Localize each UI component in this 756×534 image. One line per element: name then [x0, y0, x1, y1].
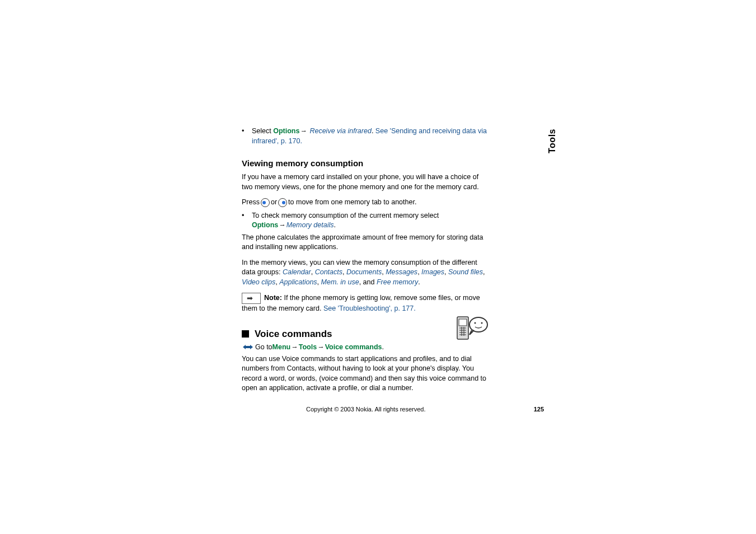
memory-intro-text: If you have a memory card installed on y… [242, 172, 488, 192]
group-meminuse: Mem. in use [321, 278, 359, 286]
memory-calc-text: The phone calculates the approximate amo… [242, 233, 488, 252]
press-line: Press or to move from one memory tab to … [242, 198, 488, 208]
voice-commands-title: Voice commands [255, 329, 332, 340]
nav-left-icon [261, 198, 270, 207]
bullet-dot: • [242, 211, 252, 231]
arrow-icon: → [300, 127, 307, 135]
group-soundfiles: Sound files [448, 268, 483, 276]
arrow-icon: → [291, 343, 298, 351]
bullet-text: Select Options→ Receive via infrared. Se… [252, 127, 488, 146]
bullet-dot: • [242, 127, 252, 146]
section-marker-icon [242, 330, 249, 338]
text: , and [359, 278, 377, 286]
page-footer: Copyright © 2003 Nokia. All rights reser… [242, 406, 544, 413]
text: Press [242, 198, 260, 208]
options-link[interactable]: Options [273, 127, 299, 135]
receive-infrared-link[interactable]: Receive via infrared [309, 127, 371, 135]
text: . [418, 278, 420, 286]
text: or [271, 198, 277, 208]
tools-link[interactable]: Tools [299, 343, 317, 351]
heading-memory: Viewing memory consumption [242, 158, 488, 168]
menu-link[interactable]: Menu [273, 343, 291, 351]
text: Go to [255, 343, 273, 351]
svg-rect-1 [459, 319, 467, 326]
voice-commands-link[interactable]: Voice commands [325, 343, 382, 351]
voice-commands-heading: Voice commands [242, 329, 488, 340]
arrow-icon: → [317, 343, 325, 351]
bullet-infrared: • Select Options→ Receive via infrared. … [242, 127, 488, 146]
goto-arrow-icon [243, 343, 253, 351]
voice-intro-text: You can use Voice commands to start appl… [242, 354, 488, 394]
group-videoclips: Video clips [242, 278, 275, 286]
group-messages: Messages [386, 268, 417, 276]
phone-voice-icon [455, 313, 489, 347]
svg-point-8 [469, 317, 487, 332]
text: Select [252, 127, 273, 135]
bullet-memory-check: • To check memory consumption of the cur… [242, 211, 488, 231]
copyright-text: Copyright © 2003 Nokia. All rights reser… [306, 406, 426, 413]
note-paragraph: Note: If the phone memory is getting low… [242, 293, 488, 314]
text: to move from one memory tab to another. [288, 198, 416, 208]
text: . [334, 221, 335, 229]
text: To check memory consumption of the curre… [252, 212, 439, 219]
note-label: Note: [264, 294, 282, 302]
group-documents: Documents [346, 268, 382, 276]
memory-groups-text: In the memory views, you can view the me… [242, 258, 488, 288]
troubleshooting-link[interactable]: See 'Troubleshooting', p. 177. [323, 305, 416, 312]
goto-line: Go to Menu→ Tools→ Voice commands. [243, 343, 488, 351]
text: . [372, 127, 375, 135]
group-contacts: Contacts [315, 268, 342, 276]
svg-point-10 [481, 322, 483, 324]
svg-point-9 [475, 322, 476, 324]
group-freememory: Free memory [377, 278, 418, 286]
group-calendar: Calendar [283, 268, 311, 276]
memory-details-link[interactable]: Memory details [287, 221, 334, 229]
text: . [382, 343, 384, 351]
bullet-text: To check memory consumption of the curre… [252, 211, 488, 231]
options-link[interactable]: Options [252, 221, 278, 229]
page-number: 125 [534, 406, 544, 413]
side-section-label: Tools [547, 129, 557, 153]
arrow-icon: → [279, 221, 286, 229]
group-applications: Applications [279, 278, 317, 286]
page-content: • Select Options→ Receive via infrared. … [242, 127, 488, 399]
note-icon [242, 293, 261, 304]
nav-right-icon [278, 198, 287, 207]
group-images: Images [421, 268, 444, 276]
